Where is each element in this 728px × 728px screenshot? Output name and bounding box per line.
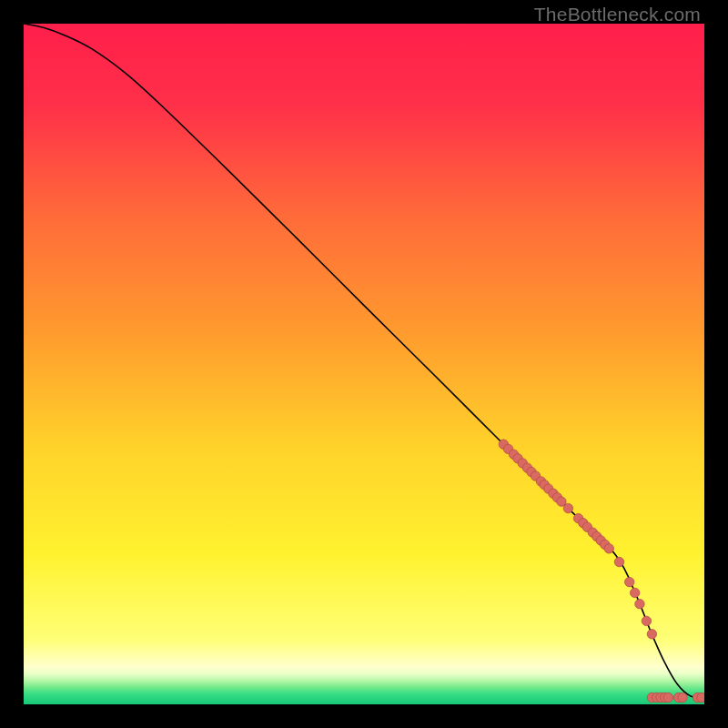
watermark-text: TheBottleneck.com: [534, 4, 701, 25]
data-point: [642, 616, 651, 625]
chart-stage: TheBottleneck.com: [0, 0, 728, 728]
gradient-background: [24, 24, 704, 704]
data-point: [697, 693, 704, 702]
plot-area: [24, 24, 704, 704]
data-point: [663, 693, 672, 702]
data-point: [678, 693, 687, 702]
chart-svg: [24, 24, 704, 704]
data-point: [625, 577, 634, 586]
data-point: [635, 599, 644, 608]
data-point: [631, 588, 640, 597]
data-point: [614, 557, 623, 566]
data-point: [604, 544, 613, 553]
data-point: [563, 503, 572, 512]
data-point: [647, 630, 656, 639]
